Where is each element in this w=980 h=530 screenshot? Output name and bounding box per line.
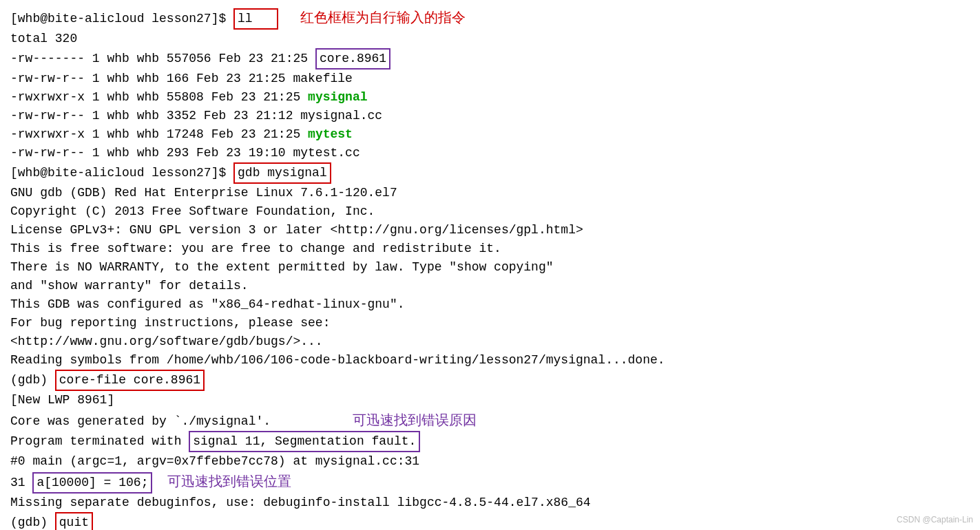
total-line: total 320: [10, 30, 970, 48]
gdb-output: This is free software: you are free to c…: [10, 240, 970, 258]
command-quit[interactable]: quit: [55, 512, 93, 530]
file-line: -rwxrwxr-x 1 whb whb 17248 Feb 23 21:25 …: [10, 125, 970, 144]
file-line: -rw-rw-r-- 1 whb whb 3352 Feb 23 21:12 m…: [10, 107, 970, 125]
core-file-name: core.8961: [315, 48, 390, 70]
gdb-output: Reading symbols from /home/whb/106/106-c…: [10, 351, 970, 370]
file-line: -rw------- 1 whb whb 557056 Feb 23 21:25…: [10, 48, 970, 70]
gdb-output: GNU gdb (GDB) Red Hat Enterprise Linux 7…: [10, 184, 970, 202]
command-gdb[interactable]: gdb mysignal: [233, 162, 331, 184]
gdb-output: For bug reporting instructions, please s…: [10, 314, 970, 332]
error-code-box: a[10000] = 106;: [32, 472, 152, 494]
gdb-output: Program terminated with: [10, 434, 189, 448]
gdb-output: and "show warranty" for details.: [10, 277, 970, 295]
gdb-output: License GPLv3+: GNU GPL version 3 or lat…: [10, 221, 970, 240]
gdb-prompt: (gdb): [10, 373, 55, 387]
command-core-file[interactable]: core-file core.8961: [55, 370, 205, 391]
shell-prompt: [whb@bite-alicloud lesson27]$: [10, 166, 233, 180]
executable-name: mysignal: [308, 90, 367, 104]
gdb-output: Copyright (C) 2013 Free Software Foundat…: [10, 202, 970, 221]
annotation-red: 红色框框为自行输入的指令: [300, 10, 466, 25]
file-line: -rwxrwxr-x 1 whb whb 55808 Feb 23 21:25 …: [10, 88, 970, 107]
shell-prompt: [whb@bite-alicloud lesson27]$: [10, 12, 233, 25]
gdb-output: There is NO WARRANTY, to the extent perm…: [10, 258, 970, 277]
gdb-output: <http://www.gnu.org/software/gdb/bugs/>.…: [10, 332, 970, 351]
gdb-output: [New LWP 8961]: [10, 391, 970, 410]
executable-name: mytest: [308, 127, 353, 141]
annotation-purple-location: 可迅速找到错误位置: [167, 474, 291, 489]
watermark: CSDN @Captain-Lin: [897, 513, 973, 526]
gdb-output: Core was generated by `./mysignal'.: [10, 414, 271, 428]
file-line: -rw-rw-r-- 1 whb whb 166 Feb 23 21:25 ma…: [10, 70, 970, 88]
gdb-output: This GDB was configured as "x86_64-redha…: [10, 295, 970, 314]
gdb-frame: #0 main (argc=1, argv=0x7ffebbe7cc78) at…: [10, 452, 970, 471]
gdb-output: Missing separate debuginfos, use: debugi…: [10, 494, 970, 512]
annotation-purple-reason: 可迅速找到错误原因: [353, 412, 477, 427]
file-line: -rw-rw-r-- 1 whb whb 293 Feb 23 19:10 my…: [10, 144, 970, 162]
terminal-output: [whb@bite-alicloud lesson27]$ ll 红色框框为自行…: [10, 7, 970, 530]
command-ll[interactable]: ll: [233, 8, 278, 30]
signal-fault-box: signal 11, Segmentation fault.: [189, 431, 420, 452]
gdb-prompt: (gdb): [10, 516, 55, 529]
gdb-source-line: 31: [10, 476, 32, 489]
